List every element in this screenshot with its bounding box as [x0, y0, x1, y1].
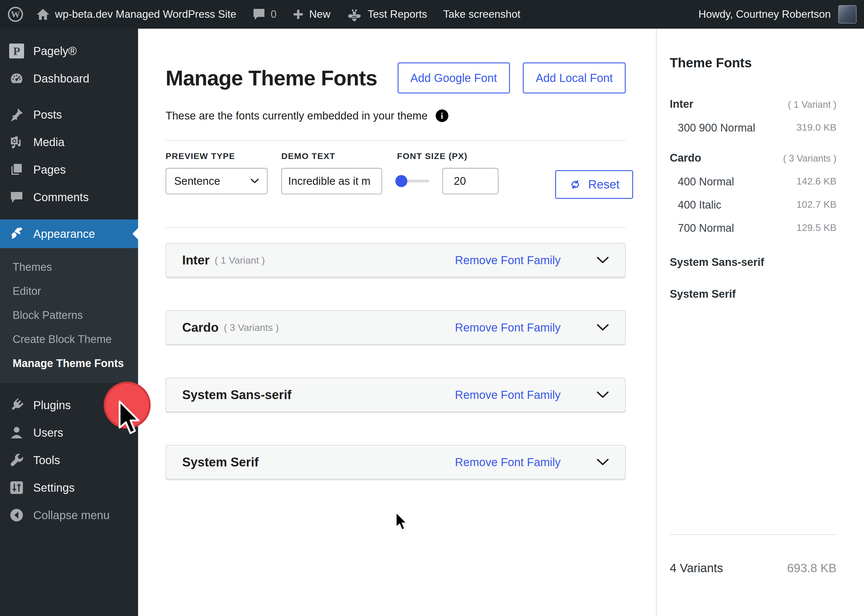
reset-icon: [569, 178, 582, 191]
submenu-item-block-patterns[interactable]: Block Patterns: [0, 303, 138, 327]
cursor-icon: [117, 401, 140, 435]
chevron-down-icon[interactable]: [597, 324, 609, 331]
panel-footer: 4 Variants 693.8 KB: [670, 534, 836, 575]
divider: [166, 228, 626, 228]
tools-icon: [9, 453, 25, 468]
dashboard-icon: [9, 71, 25, 86]
plus-icon: [292, 9, 304, 20]
info-icon[interactable]: i: [436, 110, 448, 122]
font-size-slider[interactable]: [397, 180, 429, 182]
chevron-down-icon[interactable]: [597, 256, 609, 264]
panel-group-system-sans: System Sans-serif: [670, 256, 836, 269]
comments-icon: [9, 190, 25, 204]
demo-text-input[interactable]: [281, 168, 382, 194]
demo-text-control: DEMO TEXT: [281, 151, 382, 194]
settings-icon: [9, 480, 25, 495]
preview-type-control: PREVIEW TYPE Sentence: [166, 151, 267, 194]
admin-bar-account: Howdy, Courtney Robertson: [698, 5, 864, 24]
remove-font-family-link[interactable]: Remove Font Family: [455, 456, 561, 469]
howdy-link[interactable]: Howdy, Courtney Robertson: [698, 8, 831, 20]
panel-variant-row: 300 900 Normal 319.0 KB: [670, 122, 836, 134]
theme-fonts-panel: Theme Fonts Inter ( 1 Variant ) 300 900 …: [656, 29, 864, 616]
admin-bar-comments[interactable]: 0: [252, 8, 277, 21]
bee-icon: [346, 6, 362, 22]
submenu-item-create-block-theme[interactable]: Create Block Theme: [0, 327, 138, 351]
page-header: Manage Theme Fonts Add Google Font Add L…: [166, 63, 626, 93]
sidebar-item-media[interactable]: Media: [0, 128, 138, 156]
sidebar-item-tools[interactable]: Tools: [0, 446, 138, 474]
panel-group-cardo: Cardo ( 3 Variants ): [670, 152, 836, 164]
total-variants: 4 Variants: [670, 561, 723, 575]
sidebar-item-comments[interactable]: Comments: [0, 183, 138, 211]
chevron-down-icon[interactable]: [597, 391, 609, 399]
svg-text:P: P: [13, 45, 20, 58]
remove-font-family-link[interactable]: Remove Font Family: [455, 321, 561, 334]
admin-bar-new[interactable]: New: [292, 8, 330, 20]
pages-icon: [9, 162, 25, 177]
avatar[interactable]: [838, 5, 856, 24]
cursor-icon: [395, 512, 407, 531]
sidebar-item-pages[interactable]: Pages: [0, 156, 138, 183]
media-icon: [9, 135, 25, 149]
font-size-label: FONT SIZE (PX): [397, 151, 498, 161]
submenu-item-themes[interactable]: Themes: [0, 255, 138, 279]
site-link[interactable]: wp-beta.dev Managed WordPress Site: [36, 8, 236, 21]
submenu-item-manage-theme-fonts[interactable]: Manage Theme Fonts: [0, 351, 138, 376]
admin-bar: W wp-beta.dev Managed WordPress Site 0 N…: [0, 0, 864, 29]
submenu-item-editor[interactable]: Editor: [0, 279, 138, 303]
panel-variant-row: 400 Normal 142.6 KB: [670, 176, 836, 188]
site-name: wp-beta.dev Managed WordPress Site: [55, 8, 236, 20]
add-local-font-button[interactable]: Add Local Font: [523, 63, 626, 93]
wordpress-logo-icon[interactable]: W: [8, 6, 24, 22]
chevron-down-icon[interactable]: [597, 459, 609, 466]
add-google-font-button[interactable]: Add Google Font: [397, 63, 510, 93]
appearance-icon: [9, 226, 25, 241]
users-icon: [9, 425, 25, 440]
test-reports-label: Test Reports: [368, 8, 427, 20]
panel-variant-row: 400 Italic 102.7 KB: [670, 199, 836, 211]
font-family-row-cardo: Cardo ( 3 Variants ) Remove Font Family: [166, 310, 626, 345]
sidebar-item-settings[interactable]: Settings: [0, 474, 138, 501]
wordpress-admin-screen: W wp-beta.dev Managed WordPress Site 0 N…: [0, 0, 864, 616]
remove-font-family-link[interactable]: Remove Font Family: [455, 388, 561, 401]
sidebar-item-appearance[interactable]: Appearance: [0, 220, 138, 248]
preview-type-select[interactable]: Sentence: [166, 168, 267, 194]
menu-separator: [0, 92, 138, 101]
panel-group-inter: Inter ( 1 Variant ): [670, 98, 836, 110]
pagely-logo: P: [9, 43, 25, 59]
demo-text-label: DEMO TEXT: [281, 151, 382, 161]
sidebar-item-pagely[interactable]: P Pagely®: [0, 37, 138, 65]
font-family-row-system-sans: System Sans-serif Remove Font Family: [166, 378, 626, 412]
panel-title: Theme Fonts: [670, 55, 836, 71]
svg-text:W: W: [11, 9, 20, 19]
divider: [166, 140, 626, 141]
new-label: New: [309, 8, 330, 20]
menu-separator: [0, 211, 138, 220]
page-subtitle: These are the fonts currently embedded i…: [166, 110, 626, 122]
sidebar-item-dashboard[interactable]: Dashboard: [0, 65, 138, 92]
font-family-row-system-serif: System Serif Remove Font Family: [166, 445, 626, 479]
preview-type-label: PREVIEW TYPE: [166, 151, 267, 161]
take-screenshot-link[interactable]: Take screenshot: [443, 8, 520, 20]
home-icon: [36, 8, 50, 21]
total-size: 693.8 KB: [787, 561, 836, 575]
admin-bar-test-reports[interactable]: Test Reports: [346, 6, 427, 22]
divider: [670, 534, 836, 535]
collapse-icon: [9, 508, 25, 523]
appearance-submenu: Themes Editor Block Patterns Create Bloc…: [0, 248, 138, 383]
page-title: Manage Theme Fonts: [166, 66, 377, 90]
comments-count: 0: [271, 8, 277, 20]
comments-bubble-icon: [252, 8, 265, 21]
admin-sidebar: P Pagely® Dashboard Posts: [0, 29, 138, 616]
preview-type-value: Sentence: [174, 175, 220, 187]
reset-button[interactable]: Reset: [555, 170, 633, 199]
chevron-down-icon: [250, 179, 259, 184]
panel-group-system-serif: System Serif: [670, 288, 836, 300]
remove-font-family-link[interactable]: Remove Font Family: [455, 254, 561, 267]
plugins-icon: [9, 398, 25, 413]
slider-knob[interactable]: [395, 175, 407, 187]
preview-controls: PREVIEW TYPE Sentence DEMO TEXT FONT SIZ…: [166, 151, 626, 207]
sidebar-item-posts[interactable]: Posts: [0, 101, 138, 128]
font-size-input[interactable]: [442, 168, 498, 194]
sidebar-item-collapse-menu[interactable]: Collapse menu: [0, 501, 138, 529]
